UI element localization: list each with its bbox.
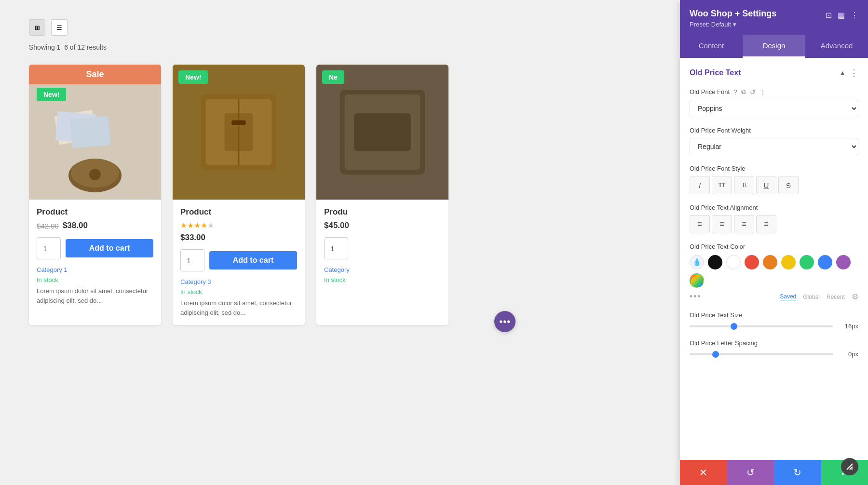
svg-rect-9: [225, 113, 253, 151]
grid-view-button[interactable]: ⊞: [29, 19, 45, 36]
in-stock-label: In stock: [37, 276, 153, 283]
text-size-label: Old Price Text Size: [690, 311, 858, 319]
star-3: ★: [194, 221, 201, 230]
svg-rect-2: [70, 116, 111, 148]
panel-header: Woo Shop + Settings Preset: Default ▾ ⊡ …: [680, 0, 868, 35]
new-badge: New!: [178, 70, 208, 84]
capture-icon[interactable]: ⊡: [826, 11, 832, 20]
align-justify-button[interactable]: ≡: [756, 215, 776, 233]
text-color-row: Old Price Text Color 💧 ••• Saved Global: [690, 243, 858, 302]
chevron-up-icon[interactable]: ▲: [839, 69, 846, 77]
letter-spacing-row: Old Price Letter Spacing 0px: [690, 339, 858, 358]
tab-content[interactable]: Content: [680, 35, 743, 58]
blue-swatch[interactable]: [818, 255, 832, 269]
italic-button[interactable]: I: [690, 176, 710, 194]
font-label: Old Price Font ? ⧉ ↺ ⋮: [690, 88, 858, 96]
list-view-button[interactable]: ☰: [51, 19, 68, 36]
quantity-input[interactable]: [180, 249, 204, 271]
letter-spacing-slider-row: 0px: [690, 350, 858, 358]
view-toolbar: ⊞ ☰: [29, 19, 448, 36]
font-style-label: Old Price Font Style: [690, 165, 858, 172]
red-swatch[interactable]: [745, 255, 759, 269]
quantity-input[interactable]: [37, 237, 61, 259]
quantity-input[interactable]: [324, 237, 348, 259]
tab-design[interactable]: Design: [743, 35, 805, 58]
yellow-swatch[interactable]: [781, 255, 796, 269]
section-menu-icon[interactable]: ⋮: [850, 67, 858, 78]
style-buttons: I TT Tt U S: [690, 176, 858, 194]
letter-spacing-slider[interactable]: [690, 353, 833, 355]
add-to-cart-row: Add to cart: [37, 237, 153, 259]
text-alignment-label-text: Old Price Text Alignment: [690, 204, 758, 211]
more-colors-icon[interactable]: •••: [690, 292, 702, 302]
category-link[interactable]: Category 1: [37, 266, 153, 273]
section-header-icons: ▲ ⋮: [839, 67, 858, 78]
color-settings-icon[interactable]: ⚙: [852, 292, 858, 301]
new-price: $38.00: [63, 221, 88, 230]
reset-icon[interactable]: ↺: [750, 88, 756, 96]
settings-panel: Woo Shop + Settings Preset: Default ▾ ⊡ …: [680, 0, 868, 485]
add-to-cart-row: Add to cart: [180, 249, 297, 271]
font-row: Old Price Font ? ⧉ ↺ ⋮ Poppins: [690, 88, 858, 117]
section-header: Old Price Text ▲ ⋮: [690, 67, 858, 78]
gradient-swatch[interactable]: [690, 273, 704, 288]
resize-handle[interactable]: [841, 458, 858, 475]
align-right-button[interactable]: ≡: [734, 215, 754, 233]
capitalize-button[interactable]: Tt: [734, 176, 754, 194]
align-left-button[interactable]: ≡: [690, 215, 710, 233]
star-4: ★: [201, 221, 207, 230]
columns-icon[interactable]: ▦: [838, 11, 845, 20]
tab-advanced[interactable]: Advanced: [805, 35, 868, 58]
panel-preset: Preset: Default ▾: [690, 21, 776, 28]
font-select[interactable]: Poppins: [690, 100, 858, 117]
svg-rect-10: [231, 121, 245, 125]
font-style-label-text: Old Price Font Style: [690, 165, 746, 172]
product-image-wrap: New!: [173, 65, 305, 200]
text-color-label: Old Price Text Color: [690, 243, 858, 250]
more-icon[interactable]: ⋮: [851, 11, 858, 20]
font-weight-select[interactable]: Regular: [690, 138, 858, 155]
green-swatch[interactable]: [800, 255, 814, 269]
in-stock-label: In stock: [324, 276, 441, 283]
list-icon: ☰: [56, 24, 62, 31]
new-badge: New!: [37, 88, 66, 101]
add-to-cart-button[interactable]: Add to cart: [209, 251, 297, 269]
copy-icon[interactable]: ⧉: [741, 88, 746, 96]
cancel-button[interactable]: ✕: [680, 460, 727, 485]
category-link[interactable]: Category 3: [180, 278, 297, 285]
dot-menu-button[interactable]: •••: [494, 311, 515, 332]
new-badge: Ne: [322, 70, 344, 84]
redo-button[interactable]: ↻: [774, 460, 821, 485]
product-price: $42.00 $38.00: [37, 221, 153, 230]
grid-icon: ⊞: [35, 24, 40, 31]
add-to-cart-row: [324, 237, 441, 259]
strikethrough-button[interactable]: S: [778, 176, 799, 194]
action-bar: ✕ ↺ ↻ ✓: [680, 460, 868, 485]
purple-swatch[interactable]: [836, 255, 851, 269]
help-icon[interactable]: ?: [733, 88, 737, 96]
more-options-icon[interactable]: ⋮: [760, 88, 766, 96]
category-link[interactable]: Category: [324, 266, 441, 273]
underline-button[interactable]: U: [756, 176, 776, 194]
text-size-slider[interactable]: [690, 325, 833, 327]
align-center-button[interactable]: ≡: [712, 215, 732, 233]
product-price: $33.00: [180, 233, 297, 242]
star-1: ★: [180, 221, 187, 230]
letter-spacing-label-text: Old Price Letter Spacing: [690, 339, 758, 347]
product-image: [29, 94, 161, 200]
black-swatch[interactable]: [708, 255, 722, 269]
color-swatches-row: 💧: [690, 255, 858, 288]
white-swatch[interactable]: [726, 255, 741, 269]
product-stars: ★ ★ ★ ★ ★: [180, 221, 297, 230]
recent-colors-tab[interactable]: Recent: [827, 294, 845, 300]
panel-tabs: Content Design Advanced: [680, 35, 868, 58]
saved-colors-tab[interactable]: Saved: [780, 293, 796, 300]
orange-swatch[interactable]: [763, 255, 777, 269]
add-to-cart-button[interactable]: Add to cart: [66, 239, 153, 257]
svg-rect-13: [354, 113, 410, 151]
star-5-empty: ★: [207, 221, 214, 230]
uppercase-button[interactable]: TT: [712, 176, 732, 194]
undo-button[interactable]: ↺: [727, 460, 774, 485]
eyedropper-swatch[interactable]: 💧: [690, 255, 704, 269]
global-colors-tab[interactable]: Global: [803, 294, 820, 300]
